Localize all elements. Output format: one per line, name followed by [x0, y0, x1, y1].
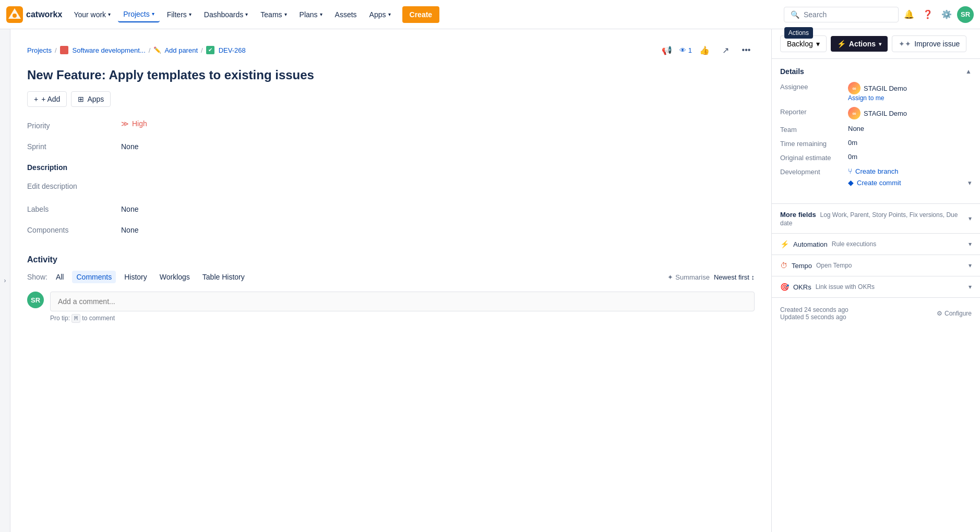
- share-button[interactable]: ↗: [717, 42, 734, 58]
- nav-filters-label: Filters: [167, 10, 187, 19]
- summarise-button[interactable]: ✦ Summarise: [667, 273, 710, 281]
- lightning-icon: ⚡: [837, 40, 846, 48]
- activity-filter-right: ✦ Summarise Newest first ↕: [667, 273, 755, 281]
- create-commit-link[interactable]: ◆ Create commit ▾: [848, 178, 972, 187]
- settings-button[interactable]: ⚙️: [938, 6, 955, 23]
- description-edit-link[interactable]: Edit description: [27, 182, 77, 190]
- automation-chevron: ▾: [969, 240, 972, 248]
- breadcrumb-sep-1: /: [55, 46, 57, 54]
- help-button[interactable]: ❓: [919, 6, 936, 23]
- svg-point-2: [13, 14, 17, 18]
- tab-history[interactable]: History: [120, 271, 151, 283]
- original-estimate-value: 0m: [848, 153, 972, 161]
- nav-plans[interactable]: Plans ▾: [294, 7, 328, 22]
- automation-sub: Rule executions: [832, 240, 876, 248]
- project-icon: [60, 46, 68, 54]
- thumbsup-button[interactable]: 👍: [696, 42, 713, 58]
- improve-button[interactable]: ✦✦ Improve issue: [892, 35, 966, 52]
- breadcrumb-project-name[interactable]: Software development...: [73, 46, 146, 54]
- main-content: Projects / Software development... / ✏️ …: [10, 29, 771, 532]
- notifications-button[interactable]: 🔔: [901, 6, 917, 23]
- activity-filter: Show: All Comments History Worklogs Tabl…: [27, 271, 755, 283]
- description-section: Description Edit description: [27, 161, 755, 190]
- apps-button[interactable]: ⊞ Apps: [71, 91, 111, 107]
- nav-apps[interactable]: Apps ▾: [364, 7, 396, 22]
- tab-table-history[interactable]: Table History: [198, 271, 249, 283]
- search-icon: 🔍: [791, 10, 799, 19]
- tab-worklogs[interactable]: Worklogs: [156, 271, 194, 283]
- nav-teams[interactable]: Teams ▾: [255, 7, 292, 22]
- nav-your-work[interactable]: Your work ▾: [68, 7, 116, 22]
- tempo-section[interactable]: ⏱ Tempo Open Tempo ▾: [772, 255, 980, 276]
- breadcrumb-sep-2: /: [149, 46, 151, 54]
- comment-input[interactable]: [50, 292, 755, 311]
- create-branch-label: Create branch: [855, 167, 898, 175]
- reporter-label: Reporter: [780, 107, 848, 116]
- pro-tip: Pro tip: M to comment: [50, 315, 755, 322]
- tab-all[interactable]: All: [52, 271, 68, 283]
- automation-section[interactable]: ⚡ Automation Rule executions ▾: [772, 234, 980, 255]
- logo-link[interactable]: catworkx: [6, 6, 62, 23]
- more-fields-title-row: More fields Log Work, Parent, Story Poin…: [780, 210, 969, 227]
- add-parent-icon: ✏️: [153, 46, 161, 54]
- create-commit-label: Create commit: [857, 179, 901, 187]
- sidebar-collapse-handle[interactable]: ›: [0, 29, 10, 532]
- original-estimate-row: Original estimate 0m: [780, 153, 972, 162]
- nav-filters[interactable]: Filters ▾: [162, 7, 197, 22]
- sprint-label: Sprint: [27, 140, 121, 151]
- tab-comments[interactable]: Comments: [72, 271, 116, 283]
- issue-type-icon: ✔: [206, 46, 214, 54]
- nav-plans-label: Plans: [300, 10, 318, 19]
- nav-assets[interactable]: Assets: [330, 7, 362, 22]
- okrs-icon: 🎯: [780, 283, 789, 291]
- nav-dashboards-chevron: ▾: [245, 11, 248, 17]
- sort-button[interactable]: Newest first ↕: [714, 273, 755, 281]
- more-fields-section[interactable]: More fields Log Work, Parent, Story Poin…: [772, 204, 980, 234]
- create-branch-link[interactable]: ⑂ Create branch: [848, 167, 972, 175]
- search-box[interactable]: 🔍 Search: [784, 7, 899, 22]
- nav-dashboards[interactable]: Dashboards ▾: [199, 7, 254, 22]
- activity-section: Activity Show: All Comments History Work…: [27, 255, 755, 322]
- user-avatar[interactable]: SR: [957, 6, 974, 23]
- reporter-row: Reporter ∞ STAGIL Demo: [780, 107, 972, 119]
- breadcrumb-add-parent[interactable]: Add parent: [164, 46, 198, 54]
- tempo-sub: Open Tempo: [816, 262, 852, 269]
- breadcrumb-issue-id[interactable]: DEV-268: [219, 46, 246, 54]
- watch-count: 1: [688, 46, 692, 54]
- actions-button[interactable]: ⚡ Actions ▾: [831, 36, 888, 52]
- page-layout: › Projects / Software development... / ✏…: [0, 29, 980, 532]
- nav-dashboards-label: Dashboards: [204, 10, 244, 19]
- branch-icon: ⑂: [848, 167, 852, 175]
- watch-button[interactable]: 👁 1: [679, 46, 692, 54]
- nav-projects[interactable]: Projects ▾: [118, 7, 160, 22]
- description-label: Description: [27, 161, 121, 172]
- summarise-label: Summarise: [675, 273, 710, 281]
- configure-button[interactable]: ⚙ Configure: [937, 310, 972, 317]
- breadcrumb-projects-link[interactable]: Projects: [27, 46, 52, 54]
- more-fields-chevron: ▾: [969, 215, 972, 222]
- priority-value[interactable]: ≫ High: [121, 119, 755, 128]
- footer-meta: Created 24 seconds ago Updated 5 seconds…: [772, 298, 980, 329]
- team-value: None: [848, 125, 972, 132]
- time-remaining-row: Time remaining 0m: [780, 139, 972, 148]
- assign-me-link[interactable]: Assign to me: [848, 94, 972, 102]
- announce-button[interactable]: 📢: [659, 42, 675, 58]
- okrs-section[interactable]: 🎯 OKRs Link issue with OKRs ▾: [772, 276, 980, 298]
- development-label: Development: [780, 167, 848, 176]
- add-button[interactable]: + + Add: [27, 91, 67, 107]
- improve-sparkle-icon: ✦✦: [899, 40, 911, 48]
- labels-value: None: [121, 203, 755, 213]
- issue-title: New Feature: Apply templates to existing…: [27, 67, 755, 83]
- more-options-button[interactable]: •••: [738, 42, 755, 58]
- assignee-value: ∞ STAGIL Demo Assign to me: [848, 82, 972, 102]
- sparkle-icon: ✦: [667, 273, 673, 281]
- tempo-icon: ⏱: [780, 261, 787, 270]
- okrs-title: 🎯 OKRs Link issue with OKRs: [780, 283, 875, 291]
- created-text: Created 24 seconds ago: [780, 306, 848, 313]
- details-header[interactable]: Details ▲: [780, 67, 972, 76]
- comment-row: SR: [27, 292, 755, 311]
- assignee-avatar: ∞: [848, 82, 861, 94]
- create-button[interactable]: Create: [402, 6, 440, 23]
- automation-label: Automation: [793, 240, 828, 248]
- nav-projects-label: Projects: [123, 10, 150, 18]
